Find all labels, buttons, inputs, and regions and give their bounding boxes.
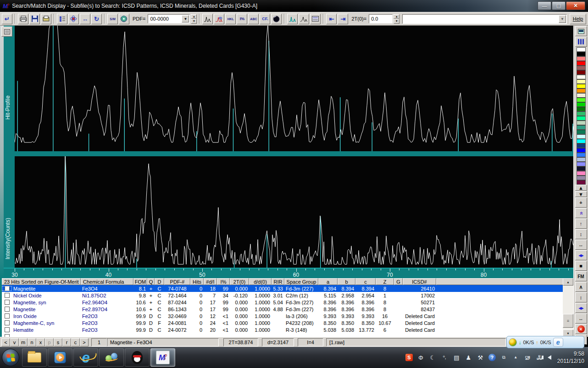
color-swatch[interactable]: [577, 111, 586, 116]
column-header[interactable]: D: [155, 278, 164, 285]
pdf-spinner[interactable]: ▲▼: [191, 14, 197, 24]
scroll-thumb[interactable]: ≡: [563, 314, 573, 328]
align-right-button[interactable]: ⇥: [338, 14, 348, 24]
close-button[interactable]: ✕: [566, 1, 585, 10]
color-swatch[interactable]: [577, 56, 586, 61]
intensity-chart[interactable]: [15, 156, 573, 268]
stop-button[interactable]: ■: [575, 261, 587, 271]
help-button[interactable]: Help: [570, 14, 586, 24]
pdf-dropdown-arrow[interactable]: ▼: [182, 15, 189, 22]
maximize-button[interactable]: ▢: [552, 1, 566, 10]
view-tab-p[interactable]: p: [45, 338, 54, 346]
ie-mini-icon[interactable]: e: [553, 338, 563, 347]
delete-button[interactable]: ×: [575, 324, 587, 334]
row-checkbox[interactable]: [2, 307, 12, 312]
column-header[interactable]: G: [394, 278, 403, 285]
view-tab-v[interactable]: v: [10, 338, 19, 346]
display-options-button[interactable]: [1, 27, 12, 37]
zoom-horizontal-blue-button[interactable]: ◀▶: [575, 303, 587, 313]
taskbar-qq-button[interactable]: [125, 348, 150, 367]
column-header[interactable]: 2T(0): [230, 278, 249, 285]
color-swatch[interactable]: [577, 121, 586, 125]
color-swatch[interactable]: [577, 88, 586, 93]
chemistry-filter-button[interactable]: CF.: [260, 14, 270, 24]
phase-combobox[interactable]: ▼: [402, 14, 567, 24]
wrench-icon[interactable]: ⚒: [477, 355, 484, 361]
hkl-button[interactable]: HKL: [225, 14, 236, 24]
pan-button[interactable]: +: [575, 198, 587, 208]
color-swatch[interactable]: [577, 107, 586, 111]
color-swatch[interactable]: [577, 66, 586, 70]
row-checkbox[interactable]: [2, 313, 12, 319]
table-row[interactable]: MagnetiteFe2.897O410.6+C86-1343017990.00…: [2, 306, 573, 313]
intensity-percent-button[interactable]: I%: [237, 14, 247, 24]
expand-vertical-button[interactable]: ↕: [575, 229, 587, 239]
row-checkbox[interactable]: [2, 293, 12, 298]
color-swatch[interactable]: [577, 84, 586, 88]
view-tab-prev[interactable]: <: [1, 338, 10, 346]
view-tab-n[interactable]: n: [28, 338, 36, 346]
table-row[interactable]: [2, 333, 573, 337]
color-swatch[interactable]: [577, 79, 586, 84]
color-swatch[interactable]: [577, 98, 586, 102]
restore-window-icon[interactable]: ⧉: [500, 355, 508, 360]
color-swatch[interactable]: [577, 153, 586, 157]
column-header[interactable]: Space Group: [284, 278, 318, 285]
show-hidden-icons-button[interactable]: ▲: [512, 356, 520, 359]
color-swatch[interactable]: [577, 52, 586, 56]
fm-button[interactable]: FM: [575, 271, 587, 281]
taskbar-messenger-button[interactable]: [99, 348, 124, 367]
color-swatch[interactable]: [577, 157, 586, 162]
table-row[interactable]: HematiteFe2O399.9DC24-0072020<10.0001.00…: [2, 326, 573, 333]
view-tab-x[interactable]: x: [36, 338, 45, 346]
view-tab-c[interactable]: c: [71, 338, 80, 346]
print-button[interactable]: [18, 14, 28, 24]
view-tab-next[interactable]: >: [80, 338, 89, 346]
expand-horizontal-button[interactable]: ↔: [575, 240, 587, 250]
print-report-button[interactable]: [41, 14, 51, 24]
profile-fit-button[interactable]: [299, 14, 309, 24]
column-header[interactable]: RIR: [272, 278, 284, 285]
color-swatch[interactable]: [577, 93, 586, 98]
view-tab-m[interactable]: m: [19, 338, 28, 346]
table-row[interactable]: Iron OxideFe2O399.9DC32-0469012<10.0001.…: [2, 313, 573, 319]
column-header[interactable]: d/d(0): [249, 278, 272, 285]
pattern-bars-button[interactable]: [575, 37, 587, 47]
color-swatch[interactable]: [577, 171, 586, 176]
power-plug-icon[interactable]: 🖳: [524, 355, 532, 361]
color-swatch[interactable]: [577, 130, 586, 134]
two-theta-spinner[interactable]: ▲▼: [394, 14, 399, 24]
column-header[interactable]: ICSD#: [403, 278, 436, 285]
volume-icon[interactable]: [548, 355, 551, 360]
help-tray-icon[interactable]: ?: [488, 354, 496, 361]
minimize-button[interactable]: —: [538, 1, 551, 10]
column-header[interactable]: c: [355, 278, 376, 285]
align-left-button[interactable]: ⇤: [326, 14, 337, 24]
column-header[interactable]: b: [338, 278, 355, 285]
column-header[interactable]: Chemical Formula: [81, 278, 133, 285]
scroll-palette-up-button[interactable]: ▲: [575, 185, 587, 191]
color-swatch[interactable]: [577, 176, 586, 180]
column-header[interactable]: FOM: [133, 278, 147, 285]
scroll-up-button[interactable]: ▲: [563, 278, 573, 286]
color-swatch[interactable]: [577, 47, 586, 52]
color-swatch[interactable]: [577, 148, 586, 153]
taskbar-explorer-button[interactable]: [22, 348, 47, 367]
taskbar-ie-button[interactable]: e: [73, 348, 98, 367]
phase-dropdown-arrow[interactable]: ▼: [559, 15, 566, 23]
peak-window-button[interactable]: ∧: [575, 282, 587, 292]
structure-atom-button[interactable]: [68, 14, 79, 24]
hit-profile-chart[interactable]: [15, 26, 573, 151]
contrast-circle-button[interactable]: [271, 14, 282, 24]
table-row[interactable]: Maghemite-C, synFe2O399.9DF24-0081024<10…: [2, 319, 573, 326]
scroll-palette-down-button[interactable]: ▼: [575, 191, 587, 197]
scale-to-top-button[interactable]: ↑: [575, 219, 587, 229]
sogou-icon[interactable]: S: [405, 354, 413, 361]
split-horizontal-button[interactable]: ◀▶: [575, 250, 587, 260]
swap-horizontal-button[interactable]: ↔: [80, 14, 90, 24]
color-swatch[interactable]: [577, 162, 586, 166]
row-checkbox[interactable]: [2, 286, 12, 291]
ime-mode-icon[interactable]: º,: [441, 355, 449, 360]
color-swatch[interactable]: [577, 61, 586, 66]
color-swatch[interactable]: [577, 134, 586, 139]
